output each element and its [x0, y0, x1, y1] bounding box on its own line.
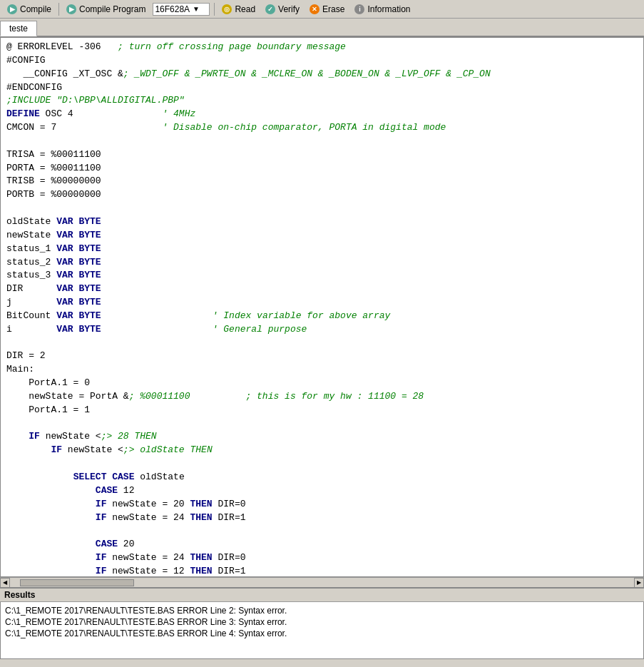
- information-label: Information: [367, 4, 410, 14]
- chip-dropdown-arrow: ▼: [193, 5, 200, 13]
- verify-icon: ✓: [265, 4, 275, 14]
- read-icon: ◎: [222, 4, 232, 14]
- erase-label: Erase: [322, 4, 344, 14]
- scroll-right-arrow[interactable]: ▶: [634, 578, 644, 588]
- tab-label: teste: [9, 24, 28, 34]
- toolbar: ▶ Compile ▶ Compile Program 16F628A ▼ ◎ …: [0, 0, 644, 19]
- sep1: [58, 3, 59, 16]
- chip-selector[interactable]: 16F628A ▼: [153, 3, 210, 16]
- scrollbar-track[interactable]: [20, 579, 624, 586]
- information-icon: i: [354, 4, 364, 14]
- action-group: ◎ Read ✓ Verify ✕ Erase i Information: [213, 2, 414, 16]
- compile-group: ▶ Compile ▶ Compile Program: [3, 2, 150, 16]
- scroll-left-arrow[interactable]: ◀: [0, 578, 10, 588]
- verify-button[interactable]: ✓ Verify: [261, 2, 304, 16]
- erase-button[interactable]: ✕ Erase: [305, 2, 349, 16]
- information-button[interactable]: i Information: [350, 2, 414, 16]
- scrollbar-thumb[interactable]: [20, 579, 134, 586]
- editor-container: @ ERRORLEVEL -306 ; turn off crossing pa…: [0, 37, 644, 577]
- tab-teste[interactable]: teste: [0, 21, 37, 36]
- horizontal-scrollbar[interactable]: ◀ ▶: [0, 577, 644, 587]
- result-line: C:\1_REMOTE 2017\RENAULT\TESTE.BAS ERROR…: [5, 616, 639, 628]
- results-header: Results: [0, 587, 644, 602]
- result-line: C:\1_REMOTE 2017\RENAULT\TESTE.BAS ERROR…: [5, 605, 639, 616]
- compile-program-label: Compile Program: [79, 4, 145, 14]
- erase-icon: ✕: [310, 4, 320, 14]
- editor-content[interactable]: @ ERRORLEVEL -306 ; turn off crossing pa…: [1, 38, 643, 576]
- sep2: [214, 3, 215, 16]
- read-button[interactable]: ◎ Read: [218, 2, 260, 16]
- compile-button[interactable]: ▶ Compile: [3, 2, 56, 16]
- compile-label: Compile: [20, 4, 51, 14]
- results-title: Results: [4, 590, 35, 600]
- chip-value: 16F628A: [155, 4, 190, 14]
- verify-label: Verify: [278, 4, 300, 14]
- results-content: C:\1_REMOTE 2017\RENAULT\TESTE.BAS ERROR…: [0, 602, 644, 659]
- result-line: C:\1_REMOTE 2017\RENAULT\TESTE.BAS ERROR…: [5, 628, 639, 639]
- compile-program-button[interactable]: ▶ Compile Program: [62, 2, 150, 16]
- compile-icon: ▶: [7, 4, 17, 14]
- read-label: Read: [235, 4, 255, 14]
- tab-bar: teste: [0, 19, 644, 37]
- compile-program-icon: ▶: [66, 4, 76, 14]
